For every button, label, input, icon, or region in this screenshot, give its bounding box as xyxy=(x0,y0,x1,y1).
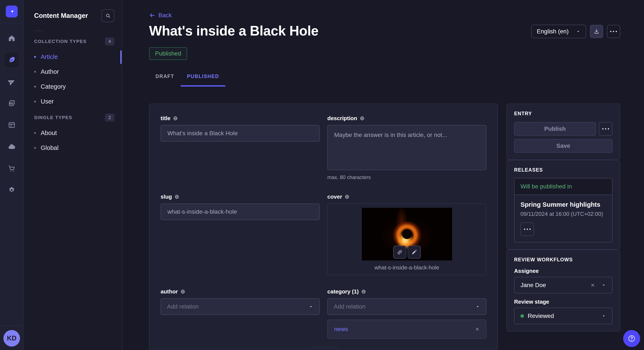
relation-placeholder: Add relation xyxy=(334,303,366,310)
search-icon xyxy=(105,13,111,18)
question-mark-icon xyxy=(628,334,636,343)
chevron-down-icon xyxy=(308,304,313,309)
field-label-title: title xyxy=(160,115,170,122)
field-label-category: category (1) xyxy=(327,288,359,295)
assignee-label: Assignee xyxy=(514,268,612,274)
subnav-item-label: Article xyxy=(41,53,58,60)
section-count-badge: 2 xyxy=(105,114,114,122)
relation-item-news: news xyxy=(327,320,486,339)
back-link[interactable]: Back xyxy=(149,12,620,19)
entry-more-button[interactable] xyxy=(599,122,612,136)
tab-draft[interactable]: DRAFT xyxy=(149,72,180,87)
release-date: 09/11/2024 at 16:00 (UTC+02:00) xyxy=(520,211,606,217)
section-label: COLLECTION TYPES xyxy=(34,39,87,44)
pencil-icon xyxy=(411,249,417,255)
bullet-icon xyxy=(34,101,36,103)
subnav-item-label: Author xyxy=(41,68,59,75)
icon-stack xyxy=(0,23,24,197)
releases-plane-icon[interactable] xyxy=(4,74,19,89)
entry-panel: ENTRY Publish Save xyxy=(506,104,620,160)
subnav-item-about[interactable]: About xyxy=(34,126,114,140)
field-description: description Maybe the answer is in this … xyxy=(327,115,486,180)
help-button[interactable] xyxy=(623,330,640,347)
subnav-item-global[interactable]: Global xyxy=(34,140,114,155)
search-button[interactable] xyxy=(102,9,114,22)
content-type-builder-icon[interactable] xyxy=(4,118,19,132)
field-author: author Add relation xyxy=(160,288,320,315)
field-category: category (1) Add relation news xyxy=(327,288,486,339)
edit-asset-button[interactable] xyxy=(408,246,421,259)
locale-select[interactable]: English (en) xyxy=(531,25,586,38)
marketplace-cart-icon[interactable] xyxy=(4,161,19,176)
arrow-left-icon xyxy=(149,12,156,18)
subnav-item-author[interactable]: Author xyxy=(34,64,114,79)
field-label-cover: cover xyxy=(327,193,342,200)
subnav-item-user[interactable]: User xyxy=(34,94,114,109)
subnav-item-category[interactable]: Category xyxy=(34,79,114,94)
download-icon xyxy=(594,28,600,34)
author-relation-select[interactable]: Add relation xyxy=(160,298,320,315)
section-label: SINGLE TYPES xyxy=(34,115,72,120)
strapi-logo[interactable] xyxy=(6,5,18,17)
bullet-icon xyxy=(34,56,36,58)
remove-relation-icon[interactable] xyxy=(475,327,480,332)
relation-link[interactable]: news xyxy=(334,326,348,333)
ellipsis-icon xyxy=(524,229,531,230)
stage-value: Reviewed xyxy=(528,313,602,319)
clear-assignee-icon[interactable] xyxy=(590,283,595,288)
release-more-button[interactable] xyxy=(520,222,534,236)
app-root: KD Content Manager COLLECTION TYPES 4 Ar… xyxy=(0,0,644,350)
assignee-value: Jane Doe xyxy=(520,282,590,289)
globe-icon xyxy=(173,116,178,121)
save-button[interactable]: Save xyxy=(514,139,612,153)
cover-image[interactable] xyxy=(362,208,452,260)
releases-panel: RELEASES Will be published in Spring Sum… xyxy=(506,160,620,250)
subnav-title: Content Manager xyxy=(34,12,88,19)
locale-value: English (en) xyxy=(537,28,568,35)
status-badge: Published xyxy=(149,47,187,60)
slug-input[interactable] xyxy=(160,203,320,220)
subnav-item-article[interactable]: Article xyxy=(34,49,114,64)
content-manager-feather-icon[interactable] xyxy=(4,53,19,67)
globe-icon xyxy=(180,289,185,294)
ellipsis-icon xyxy=(602,128,609,130)
title-input[interactable] xyxy=(160,125,320,142)
globe-icon xyxy=(174,194,179,199)
field-label-slug: slug xyxy=(160,193,172,200)
tab-published[interactable]: PUBLISHED xyxy=(180,72,226,87)
bullet-icon xyxy=(34,132,36,134)
description-textarea[interactable]: Maybe the answer is in this article, or … xyxy=(327,125,486,170)
subnav-item-label: Category xyxy=(41,83,66,90)
field-title: title xyxy=(160,115,320,142)
settings-gear-icon[interactable] xyxy=(4,183,19,197)
globe-icon xyxy=(360,116,364,121)
strapi-logo-icon xyxy=(8,8,15,15)
chevron-down-icon xyxy=(602,283,606,288)
scrollbar-thumb[interactable] xyxy=(120,50,122,64)
bullet-icon xyxy=(34,86,36,88)
globe-icon xyxy=(361,289,366,294)
cover-actions xyxy=(393,246,421,259)
review-stage-select[interactable]: Reviewed xyxy=(514,308,612,324)
more-options-button[interactable] xyxy=(607,25,620,38)
media-library-icon[interactable] xyxy=(4,96,19,111)
review-panel-title: REVIEW WORKFLOWS xyxy=(514,257,612,263)
review-workflows-panel: REVIEW WORKFLOWS Assignee Jane Doe Revie… xyxy=(506,250,620,332)
bullet-icon xyxy=(34,147,36,149)
download-button[interactable] xyxy=(590,25,603,38)
side-panels: ENTRY Publish Save RELEASES Will be publ… xyxy=(506,104,620,332)
deploy-cloud-icon[interactable] xyxy=(4,140,19,154)
single-types-section: SINGLE TYPES 2 About Global xyxy=(34,114,114,155)
copy-link-button[interactable] xyxy=(393,246,406,259)
release-name: Spring Summer highlights xyxy=(520,201,606,208)
bullet-icon xyxy=(34,71,36,73)
scroll-peek-button[interactable] xyxy=(304,346,343,350)
home-icon[interactable] xyxy=(4,31,19,45)
entry-form-card: title description Maybe the answer is in… xyxy=(149,104,498,350)
user-avatar[interactable]: KD xyxy=(4,330,20,347)
release-status: Will be published in xyxy=(514,178,612,195)
assignee-combobox[interactable]: Jane Doe xyxy=(514,277,612,293)
link-icon xyxy=(397,249,403,255)
category-relation-select[interactable]: Add relation xyxy=(327,298,486,315)
publish-button[interactable]: Publish xyxy=(514,122,596,136)
